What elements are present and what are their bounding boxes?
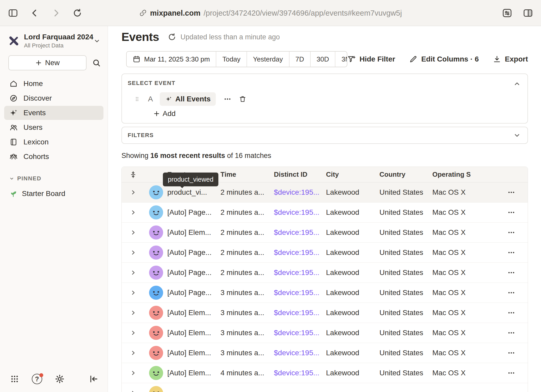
sidebar-item-label: Discover (23, 94, 52, 102)
browser-forward-icon[interactable] (51, 8, 61, 18)
distinct-id-link[interactable]: $device:195... (274, 188, 319, 197)
table-row[interactable]: [Auto] Page... 2 minutes a... $device:19… (122, 263, 528, 283)
city-cell: Lakewood (326, 329, 379, 337)
row-expand-chevron-icon[interactable] (130, 189, 136, 195)
row-actions-icon[interactable] (507, 329, 515, 337)
table-row[interactable]: [Auto] Page... 2 minutes a... $device:19… (122, 203, 528, 223)
pinned-item-starter-board[interactable]: Starter Board (4, 187, 103, 201)
event-options-icon[interactable] (224, 95, 231, 103)
row-actions-icon[interactable] (507, 349, 515, 357)
sidebar-item-discover[interactable]: Discover (4, 91, 103, 105)
refresh-icon[interactable] (168, 33, 176, 41)
table-row[interactable]: [Auto] Elem... 4 minutes a... $device:19… (122, 363, 528, 383)
table-row[interactable]: [Auto] Elem... 3 minutes a... $device:19… (122, 343, 528, 363)
filter-icon (347, 55, 356, 63)
row-expand-chevron-icon[interactable] (130, 290, 136, 296)
sidebar-item-lexicon[interactable]: Lexicon (4, 135, 103, 149)
distinct-id-link[interactable]: $device:195... (274, 329, 319, 337)
chevron-up-icon[interactable] (513, 80, 521, 88)
collapse-sidebar-icon[interactable] (89, 374, 98, 384)
distinct-id-link[interactable]: $device:195... (274, 349, 319, 357)
range-3m-button[interactable]: 3M (335, 52, 347, 67)
city-cell: Lakewood (326, 228, 379, 237)
date-picker-button[interactable]: Mar 11, 2025 3:30 pm (127, 52, 216, 67)
range-7d-button[interactable]: 7D (289, 52, 310, 67)
table-row[interactable]: [Auto] Elem... 3 minutes a... $device:19… (122, 303, 528, 323)
header-country[interactable]: Country (379, 170, 432, 179)
range-yesterday-button[interactable]: Yesterday (247, 52, 289, 67)
help-icon[interactable]: ? (32, 374, 42, 384)
row-expand-chevron-icon[interactable] (130, 270, 136, 276)
date-range-control: Mar 11, 2025 3:30 pm Today Yesterday 7D … (126, 51, 347, 67)
distinct-id-link[interactable]: $device:195... (274, 248, 319, 257)
collapse-rows-icon[interactable] (129, 171, 137, 179)
table-row[interactable] (122, 383, 528, 392)
row-expand-chevron-icon[interactable] (130, 310, 136, 316)
range-today-button[interactable]: Today (216, 52, 246, 67)
browser-reload-icon[interactable] (72, 8, 82, 18)
all-events-chip[interactable]: All Events (160, 92, 216, 106)
header-os[interactable]: Operating S (432, 170, 492, 179)
header-city[interactable]: City (326, 170, 379, 179)
os-cell: Mac OS X (432, 309, 492, 317)
row-actions-icon[interactable] (507, 209, 515, 216)
row-actions-icon[interactable] (507, 309, 515, 317)
edit-columns-button[interactable]: Edit Columns · 6 (409, 55, 479, 63)
row-actions-icon[interactable] (507, 369, 515, 377)
table-row[interactable]: [Auto] Page... 3 minutes a... $device:19… (122, 283, 528, 303)
header-distinct-id[interactable]: Distinct ID (274, 170, 326, 179)
hide-filter-button[interactable]: Hide Filter (347, 55, 395, 63)
page-settings-icon[interactable] (502, 8, 512, 18)
mixpanel-logo-icon (8, 35, 20, 47)
row-actions-icon[interactable] (507, 188, 515, 196)
event-avatar-icon (149, 326, 163, 340)
row-expand-chevron-icon[interactable] (130, 370, 136, 376)
row-actions-icon[interactable] (507, 269, 515, 277)
range-30d-button[interactable]: 30D (310, 52, 335, 67)
browser-sidebar-toggle-icon[interactable] (8, 8, 18, 18)
distinct-id-link[interactable]: $device:195... (274, 289, 319, 297)
trash-icon[interactable] (239, 95, 247, 103)
gear-icon[interactable] (55, 374, 65, 384)
row-actions-icon[interactable] (507, 289, 515, 297)
table-row[interactable]: [Auto] Elem... 2 minutes a... $device:19… (122, 223, 528, 243)
table-body: product_vi... 2 minutes a... $device:195… (122, 182, 528, 392)
add-event-button[interactable]: Add (153, 109, 176, 118)
filters-card[interactable]: FILTERS (121, 127, 528, 144)
row-expand-chevron-icon[interactable] (130, 350, 136, 356)
sidebar-item-users[interactable]: Users (4, 120, 103, 134)
distinct-id-link[interactable]: $device:195... (274, 309, 319, 317)
sidebar-item-home[interactable]: Home (4, 77, 103, 91)
drag-handle-icon[interactable] (134, 96, 140, 102)
row-expand-chevron-icon[interactable] (130, 209, 136, 216)
export-button[interactable]: Export (493, 55, 528, 63)
new-button[interactable]: New (8, 55, 87, 70)
distinct-id-link[interactable]: $device:195... (274, 268, 319, 277)
row-actions-icon[interactable] (507, 229, 515, 236)
distinct-id-link[interactable]: $device:195... (274, 228, 319, 237)
sidebar-item-events[interactable]: Events (4, 106, 103, 120)
row-actions-icon[interactable] (507, 389, 515, 392)
distinct-id-link[interactable]: $device:195... (274, 208, 319, 217)
sidebar-item-cohorts[interactable]: Cohorts (4, 150, 103, 164)
browser-back-icon[interactable] (30, 8, 40, 18)
table-row[interactable]: [Auto] Elem... 3 minutes a... $device:19… (122, 323, 528, 343)
search-button[interactable] (92, 56, 101, 70)
pinned-section-header[interactable]: PINNED (0, 175, 108, 182)
chevron-down-icon[interactable] (513, 132, 521, 139)
row-expand-chevron-icon[interactable] (130, 390, 136, 392)
workspace-switcher[interactable]: Lord Farquaad 2024 All Project Data (0, 26, 108, 54)
distinct-id-link[interactable]: $device:195... (274, 369, 319, 377)
row-expand-chevron-icon[interactable] (130, 249, 136, 256)
row-expand-chevron-icon[interactable] (130, 330, 136, 336)
table-row[interactable]: [Auto] Page... 2 minutes a... $device:19… (122, 243, 528, 263)
row-expand-chevron-icon[interactable] (130, 229, 136, 236)
apps-grid-icon[interactable] (10, 374, 19, 384)
row-actions-icon[interactable] (507, 249, 515, 256)
address-bar[interactable]: mixpanel.com/project/3472420/view/397469… (139, 9, 402, 17)
event-name-cell: [Auto] Page... (167, 289, 220, 297)
split-view-icon[interactable] (523, 8, 533, 18)
all-events-label: All Events (175, 95, 211, 103)
header-time[interactable]: Time (220, 170, 274, 179)
sidebar-item-label: Users (23, 123, 42, 132)
